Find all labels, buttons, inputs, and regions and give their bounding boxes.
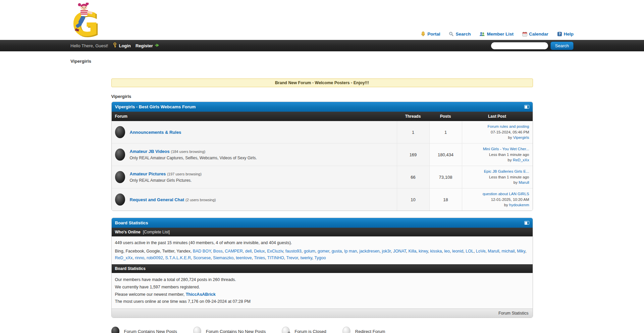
online-member-link[interactable]: jok3r	[382, 249, 391, 254]
site-logo[interactable]: G G	[70, 3, 105, 41]
online-member-link[interactable]: Scorsese	[193, 256, 211, 260]
last-post-title[interactable]: Mini Girls - You Wet Cher...	[483, 146, 529, 152]
online-member-link[interactable]: robi0092	[147, 256, 163, 260]
menu-item-help[interactable]: ?Help	[557, 32, 574, 37]
online-member-link[interactable]: golum	[304, 249, 315, 254]
new-posts-status-icon	[115, 193, 125, 206]
menu-item-member-list[interactable]: Member List	[479, 32, 514, 37]
online-member-link[interactable]: Trevor	[286, 256, 298, 260]
forum-statistics-link[interactable]: Forum Statistics	[498, 311, 529, 316]
forum-panel: Vipergirls - Best Girls Webcams Forum Fo…	[111, 102, 533, 211]
forum-rows: Announcements & Rules11Forum rules and p…	[112, 121, 533, 211]
search-button[interactable]: Search	[550, 42, 574, 50]
online-member-link[interactable]: rinno	[135, 256, 144, 260]
online-member-link[interactable]: Ip man	[344, 249, 357, 254]
online-member-link[interactable]: leo	[444, 249, 450, 254]
online-member-link[interactable]: ReD_xXx	[115, 256, 133, 260]
collapse-icon[interactable]	[524, 105, 529, 109]
online-member-link[interactable]: dell	[245, 249, 252, 254]
last-post-time: Less than 1 minute ago	[489, 152, 529, 158]
online-member-link[interactable]: leonid	[452, 249, 463, 254]
stats-subheader: Board Statistics	[112, 264, 533, 273]
online-member-link[interactable]: LOL	[466, 249, 474, 254]
menu-item-calendar[interactable]: Calendar	[522, 32, 548, 37]
online-member-link[interactable]: CAMPER	[225, 249, 243, 254]
forum-info: Request and General Chat(2 users browsin…	[130, 197, 216, 202]
forum-info: Amateur Pictures(197 users browsing)Only…	[130, 171, 202, 183]
last-post-title[interactable]: Epic JB Galleries Girls E...	[484, 169, 529, 174]
threads-count: 66	[397, 166, 429, 188]
legend-item: Redirect Forum	[342, 327, 385, 333]
online-member-link[interactable]: twerky	[300, 256, 312, 260]
collapse-icon-fill	[525, 222, 527, 225]
whos-online-body: 449 users active in the past 15 minutes …	[112, 236, 533, 264]
legend-item: Forum Contains No New Posts	[193, 327, 266, 333]
forum-row: Announcements & Rules11Forum rules and p…	[112, 121, 533, 143]
online-member-link[interactable]: Tygoo	[314, 256, 326, 260]
online-member-link[interactable]: Marull	[488, 249, 499, 254]
bell-icon	[421, 31, 426, 37]
forum-title-line: Amateur JB Videos(184 users browsing)	[130, 149, 257, 154]
online-member-link[interactable]: gusta	[331, 249, 342, 254]
forum-link[interactable]: Amateur JB Videos	[130, 149, 170, 154]
online-member-link[interactable]: jackdresen	[359, 249, 379, 254]
register-link[interactable]: Register	[136, 43, 160, 48]
online-member-link[interactable]: Miky	[517, 249, 525, 254]
online-member-link[interactable]: teenlove	[236, 256, 252, 260]
online-member-link[interactable]: Delux	[254, 249, 265, 254]
last-post-title[interactable]: Forum rules and posting	[487, 124, 529, 129]
last-post-author-line: by hydoukenm	[504, 202, 529, 208]
last-post-author-line: by Vipergirls	[508, 135, 529, 141]
threads-count: 169	[397, 144, 429, 166]
online-member-link[interactable]: michail	[501, 249, 515, 254]
online-member-link[interactable]: kirwy	[419, 249, 428, 254]
welcome-bar: Hello There, Guest! Login Register Searc…	[0, 40, 644, 51]
whos-online-header: Who's Online [Complete List]	[112, 228, 533, 236]
search-input[interactable]	[491, 42, 548, 50]
complete-list-link[interactable]: [Complete List]	[143, 230, 170, 234]
online-member-link[interactable]: S.T.A.L.K.E.R	[165, 256, 191, 260]
online-member-link[interactable]: Tinies	[254, 256, 265, 260]
category-label[interactable]: Vipergirls	[111, 94, 533, 99]
forum-link[interactable]: Announcements & Rules	[130, 130, 181, 135]
newest-member-link[interactable]: ThiccAsABrick	[186, 292, 216, 297]
forum-link[interactable]: Amateur Pictures	[130, 171, 166, 176]
last-post-time: Less than 1 minute ago	[489, 174, 529, 180]
menu-item-search[interactable]: Search	[449, 32, 471, 37]
online-member-link[interactable]: gomer	[318, 249, 329, 254]
column-threads: Threads	[397, 112, 429, 121]
online-member-link[interactable]: Killa	[409, 249, 417, 254]
online-member-link[interactable]: Siemaszko	[213, 256, 233, 260]
forum-link[interactable]: Request and General Chat	[130, 197, 184, 202]
online-member-link[interactable]: LoVe	[476, 249, 486, 254]
posts-count: 1	[429, 121, 462, 143]
forum-table-header: Forum Threads Posts Last Post	[112, 112, 533, 121]
online-member-link[interactable]: Boss	[213, 249, 223, 254]
stats-line: Our members have made a total of 280,724…	[115, 277, 529, 283]
online-member-link[interactable]: BAD BOY	[193, 249, 211, 254]
online-member-link[interactable]: fausto93	[285, 249, 302, 254]
stats-footer: Forum Statistics	[112, 309, 533, 318]
online-member-link[interactable]: kisska	[430, 249, 442, 254]
whos-online-label: Who's Online	[115, 230, 141, 234]
last-post-time: 12-01-2025, 10:20 AM	[491, 197, 529, 203]
menu-item-portal[interactable]: Portal	[421, 31, 440, 37]
forum-cell: Amateur Pictures(197 users browsing)Only…	[112, 166, 397, 188]
last-post-title[interactable]: question about LAN GIRLS	[483, 191, 529, 197]
forum-description: Only REAL Amateur Girls Pictures.	[130, 178, 202, 183]
breadcrumb[interactable]: Vipergirls	[70, 59, 574, 64]
forum-title-line: Amateur Pictures(197 users browsing)	[130, 171, 202, 176]
last-post-author[interactable]: Marull	[519, 180, 529, 184]
online-bot: Yandex	[176, 249, 190, 254]
online-member-link[interactable]: JONAT	[393, 249, 406, 254]
last-post-author[interactable]: hydoukenm	[509, 203, 529, 207]
last-post-author[interactable]: ReD_xXx	[513, 158, 529, 162]
last-post-author[interactable]: Vipergirls	[513, 135, 529, 140]
online-member-link[interactable]: ExCluziv	[267, 249, 283, 254]
last-post-cell: Forum rules and posting07-15-2024, 05:46…	[462, 121, 533, 143]
login-link[interactable]: Login	[113, 43, 130, 49]
new-posts-status-icon	[115, 149, 125, 161]
online-member-link[interactable]: TITINHO	[267, 256, 284, 260]
collapse-icon[interactable]	[524, 221, 529, 225]
column-last-post: Last Post	[462, 112, 533, 121]
